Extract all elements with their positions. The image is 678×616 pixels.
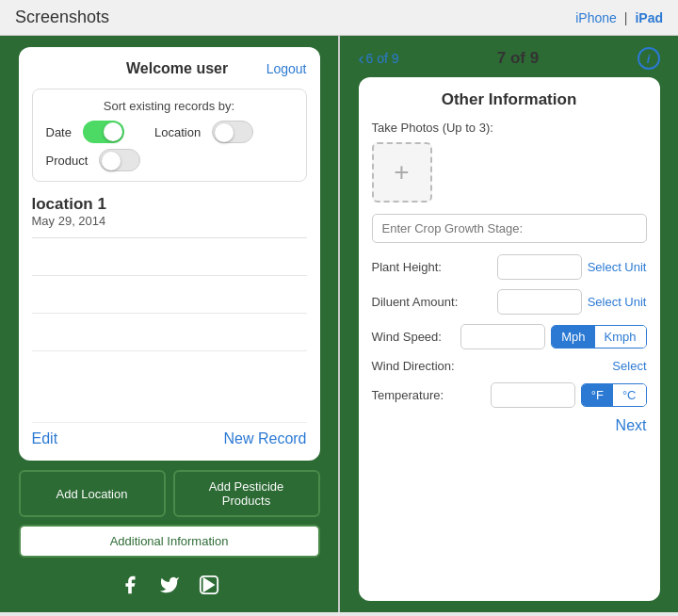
twitter-icon[interactable] — [159, 575, 180, 601]
add-pesticide-button[interactable]: Add Pesticide Products — [173, 470, 320, 517]
ipad-link[interactable]: iPad — [635, 10, 663, 25]
date-toggle-knob — [104, 122, 122, 141]
location-toggle-knob — [215, 123, 234, 142]
additional-info-button[interactable]: Additional Information — [19, 525, 320, 558]
date-label: Date — [46, 125, 72, 139]
facebook-icon[interactable] — [120, 575, 140, 601]
wind-speed-input[interactable] — [460, 324, 545, 349]
wind-direction-row: Wind Direction: Select — [372, 359, 647, 373]
temp-f-button[interactable]: °F — [582, 384, 613, 406]
action-btn-row: Add Location Add Pesticide Products — [19, 470, 320, 517]
card-title: Other Information — [372, 90, 647, 109]
new-record-button[interactable]: New Record — [223, 430, 306, 447]
location-toggle[interactable] — [212, 121, 253, 143]
diluent-unit-button[interactable]: Select Unit — [588, 295, 647, 309]
right-panel: ‹ 6 of 9 7 of 9 i Other Information Take… — [340, 36, 678, 612]
right-card: Other Information Take Photos (Up to 3):… — [359, 77, 660, 601]
plant-height-label: Plant Height: — [372, 260, 476, 274]
location-label: Location — [154, 125, 201, 139]
wind-direction-select-button[interactable]: Select — [612, 359, 646, 373]
record-line-2 — [32, 276, 307, 314]
next-button[interactable]: Next — [616, 417, 647, 434]
iphone-link[interactable]: iPhone — [575, 10, 617, 25]
diluent-input[interactable] — [497, 289, 582, 315]
photo-add-box[interactable]: + — [372, 142, 432, 203]
phone-header: Welcome user Logout — [32, 60, 307, 77]
location-record: location 1 May 29, 2014 — [32, 195, 307, 228]
sort-row-product: Product — [46, 149, 293, 171]
record-line-1 — [32, 238, 307, 276]
back-label: 6 of 9 — [366, 51, 399, 66]
wind-speed-controls: Mph Kmph — [460, 324, 646, 349]
wind-speed-label: Wind Speed: — [372, 330, 461, 344]
divider: | — [624, 10, 628, 25]
product-toggle[interactable] — [99, 149, 140, 171]
left-panel: Welcome user Logout Sort existing record… — [0, 36, 338, 612]
social-icons — [120, 575, 219, 601]
card-footer: Edit New Record — [32, 422, 307, 447]
photo-label: Take Photos (Up to 3): — [372, 121, 647, 135]
location-name: location 1 — [32, 195, 307, 214]
location-date: May 29, 2014 — [32, 214, 307, 228]
bottom-buttons: Add Location Add Pesticide Products Addi… — [19, 470, 320, 601]
date-toggle[interactable] — [83, 121, 124, 143]
page-title: Screenshots — [15, 8, 109, 27]
chevron-left-icon: ‹ — [359, 49, 364, 69]
record-lines — [32, 237, 307, 418]
main-content: Welcome user Logout Sort existing record… — [0, 36, 678, 612]
product-label: Product — [46, 154, 89, 168]
info-button[interactable]: i — [638, 47, 660, 70]
diluent-controls: Select Unit — [497, 289, 647, 315]
device-links: iPhone | iPad — [575, 10, 663, 25]
wind-speed-row: Wind Speed: Mph Kmph — [372, 324, 647, 349]
wind-kmph-button[interactable]: Kmph — [595, 326, 646, 348]
wind-mph-button[interactable]: Mph — [552, 326, 594, 348]
edit-button[interactable]: Edit — [32, 430, 58, 447]
youtube-icon[interactable] — [199, 575, 219, 601]
sort-box: Sort existing records by: Date Location … — [32, 89, 307, 182]
nav-bar: ‹ 6 of 9 7 of 9 i — [359, 47, 660, 70]
wind-direction-label: Wind Direction: — [372, 359, 476, 373]
crop-growth-input[interactable] — [372, 214, 647, 243]
diluent-label: Diluent Amount: — [372, 295, 476, 309]
top-bar: Screenshots iPhone | iPad — [0, 0, 678, 36]
sort-row-date-location: Date Location — [46, 121, 293, 143]
left-phone-card: Welcome user Logout Sort existing record… — [19, 47, 320, 461]
diluent-row: Diluent Amount: Select Unit — [372, 289, 647, 315]
plant-height-input[interactable] — [497, 254, 582, 280]
back-button[interactable]: ‹ 6 of 9 — [359, 49, 399, 69]
welcome-title: Welcome user — [89, 60, 266, 77]
page-indicator: 7 of 9 — [497, 49, 539, 68]
record-line-3 — [32, 314, 307, 351]
plant-height-unit-button[interactable]: Select Unit — [588, 260, 647, 274]
info-icon: i — [647, 52, 651, 66]
temperature-row: Temperature: °F °C — [372, 382, 647, 408]
wind-direction-controls: Select — [612, 359, 646, 373]
temp-unit-segment: °F °C — [581, 383, 647, 407]
product-toggle-knob — [102, 152, 121, 170]
temperature-label: Temperature: — [372, 388, 476, 402]
sort-title: Sort existing records by: — [46, 99, 293, 113]
add-location-button[interactable]: Add Location — [19, 470, 166, 517]
logout-button[interactable]: Logout — [266, 61, 307, 76]
plant-height-row: Plant Height: Select Unit — [372, 254, 647, 280]
next-row: Next — [372, 417, 647, 434]
photo-plus-icon: + — [394, 159, 409, 186]
plant-height-controls: Select Unit — [497, 254, 647, 280]
temperature-input[interactable] — [491, 382, 575, 408]
temperature-controls: °F °C — [491, 382, 647, 408]
wind-unit-segment: Mph Kmph — [551, 325, 646, 349]
temp-c-button[interactable]: °C — [613, 384, 646, 406]
